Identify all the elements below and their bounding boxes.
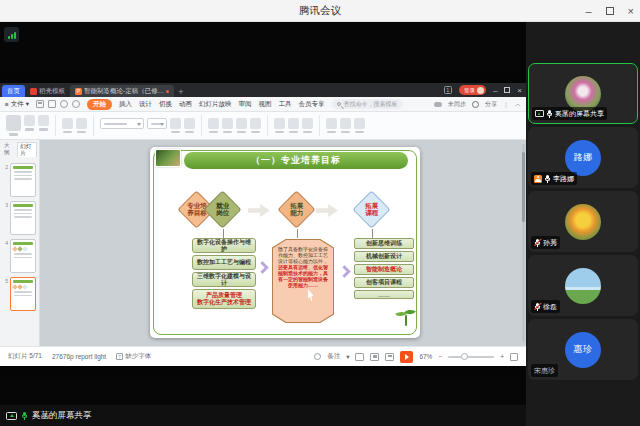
format-painter-button[interactable] [38, 115, 49, 131]
slide-thumbnail-selected[interactable] [10, 277, 36, 311]
menu-review[interactable]: 审阅 [239, 100, 252, 109]
font-warning-label: 缺少字体 [125, 352, 151, 361]
sorter-view-icon[interactable] [370, 353, 379, 361]
close-icon[interactable]: × [628, 6, 634, 17]
avatar [565, 204, 601, 240]
menu-insert[interactable]: 插入 [119, 100, 132, 109]
font-name-combobox[interactable] [100, 118, 144, 129]
participant-tile-sharing[interactable]: 奚菡的屏幕共享 [528, 63, 638, 124]
thumbnail-row: 5 [2, 277, 39, 311]
menu-design[interactable]: 设计 [139, 100, 152, 109]
login-button[interactable]: 登录 [459, 85, 486, 95]
wps-tabbar-right: 1 登录 – × [444, 85, 522, 95]
shape-button[interactable] [274, 118, 285, 134]
cut-button[interactable] [24, 115, 35, 131]
menu-transition[interactable]: 切换 [159, 100, 172, 109]
bold-button[interactable] [170, 118, 181, 134]
bullets-button[interactable] [236, 118, 247, 134]
slide-thumbnail[interactable] [10, 239, 36, 273]
menu-animation[interactable]: 动画 [179, 100, 192, 109]
menu-home[interactable]: 开始 [87, 99, 112, 110]
new-tab-button[interactable]: + [178, 87, 183, 97]
zoom-out-button[interactable]: − [438, 353, 442, 360]
wps-body: 大纲 幻灯片 2 3 4 [0, 140, 526, 346]
find-button[interactable] [354, 118, 365, 134]
align-left-button[interactable] [208, 118, 219, 134]
quick-access-toolbar [36, 100, 80, 108]
tab-outline[interactable]: 大纲 [2, 142, 15, 157]
collapse-ribbon-icon[interactable]: ︿ [515, 100, 521, 109]
wps-close-icon[interactable]: × [517, 86, 522, 95]
share-button[interactable]: 分享 [485, 100, 497, 109]
theme-name[interactable]: 27676p report light [52, 353, 106, 360]
course-box-highlight: 智能制造概论 [354, 264, 414, 275]
slide-title-banner: （一）专业培养目标 [184, 152, 408, 169]
menu-slideshow[interactable]: 幻灯片放映 [199, 100, 232, 109]
print-icon[interactable] [48, 100, 56, 108]
menu-view[interactable]: 视图 [259, 100, 272, 109]
tab-document[interactable]: P 智能制造概论-定稿（已修… [70, 85, 174, 97]
zoom-level[interactable]: 67% [419, 353, 432, 360]
canvas-scrollbar[interactable] [522, 144, 525, 342]
font-warning-icon: T [116, 353, 123, 360]
new-slide-button[interactable] [62, 118, 73, 134]
participant-tile[interactable]: 徐磊 [528, 255, 638, 316]
slide[interactable]: （一）专业培养目标 专业培养目标 就业岗位 拓展能力 [150, 147, 420, 338]
slide-thumbnail[interactable] [10, 163, 36, 197]
font-size-combobox[interactable] [147, 118, 167, 129]
avatar [565, 268, 601, 304]
course-box-highlight: 产品质量管理数字化生产技术管理 [192, 289, 256, 309]
menu-member[interactable]: 会员专享 [299, 100, 325, 109]
wps-minimize-icon[interactable]: – [493, 86, 497, 95]
sync-status[interactable]: 未同步 [448, 100, 466, 109]
notes-caret-icon[interactable]: ▾ [346, 353, 349, 361]
slide-canvas[interactable]: （一）专业培养目标 专业培养目标 就业岗位 拓展能力 [40, 140, 526, 346]
wps-statusbar: 幻灯片 5/71 27676p report light T 缺少字体 备注 ▾ [0, 346, 526, 366]
paste-button[interactable] [6, 115, 21, 136]
tab-docer[interactable]: 稻壳模板 [25, 85, 70, 97]
tab-slides[interactable]: 幻灯片 [17, 142, 37, 157]
thumb-number: 5 [2, 278, 8, 284]
wps-maximize-icon[interactable] [504, 87, 510, 93]
mic-icon [546, 110, 553, 118]
tab-home[interactable]: 首页 [2, 85, 25, 97]
notes-button[interactable]: 备注 [327, 352, 340, 361]
zoom-slider[interactable] [448, 356, 494, 358]
italic-button[interactable] [184, 118, 195, 134]
maximize-icon[interactable] [606, 7, 614, 15]
file-menu[interactable]: ≡ 文件 ▾ [5, 100, 29, 109]
outline-color-button[interactable] [340, 118, 351, 134]
zoom-slider-knob[interactable] [461, 353, 468, 360]
cloud-sync-icon[interactable] [434, 102, 442, 107]
picture-button[interactable] [288, 118, 299, 134]
menu-tools[interactable]: 工具 [279, 100, 292, 109]
slide-title: （一）专业培养目标 [251, 154, 341, 167]
window-count-badge[interactable]: 1 [444, 86, 452, 94]
layout-button[interactable] [76, 118, 87, 134]
minimize-icon[interactable]: – [585, 6, 591, 17]
line-spacing-button[interactable] [250, 118, 261, 134]
participant-tile[interactable]: 路娜 李路娜 [528, 127, 638, 188]
textbox-button[interactable] [302, 118, 313, 134]
slideshow-play-button[interactable] [400, 351, 413, 363]
search-placeholder: 查找命令，搜索模板 [344, 100, 398, 109]
collaborate-icon[interactable] [472, 101, 479, 108]
undo-icon[interactable] [60, 100, 68, 108]
slide-thumbnail[interactable] [10, 201, 36, 235]
more-icon[interactable]: ⋮ [503, 101, 509, 108]
fill-color-button[interactable] [326, 118, 337, 134]
reading-view-icon[interactable] [385, 353, 394, 361]
save-icon[interactable] [36, 100, 44, 108]
align-center-button[interactable] [222, 118, 233, 134]
font-warning[interactable]: T 缺少字体 [116, 352, 151, 361]
participant-tile[interactable]: 惠珍 宋惠珍 [528, 319, 638, 380]
redo-icon[interactable] [72, 100, 80, 108]
zoom-in-button[interactable]: + [500, 353, 504, 360]
avatar [477, 87, 484, 94]
connector-line [223, 229, 224, 238]
participant-tile[interactable]: 孙莠 [528, 191, 638, 252]
participant-label: 宋惠珍 [531, 364, 558, 377]
fit-window-icon[interactable] [510, 353, 518, 361]
normal-view-icon[interactable] [355, 353, 364, 361]
command-search-box[interactable]: 查找命令，搜索模板 [332, 99, 403, 109]
